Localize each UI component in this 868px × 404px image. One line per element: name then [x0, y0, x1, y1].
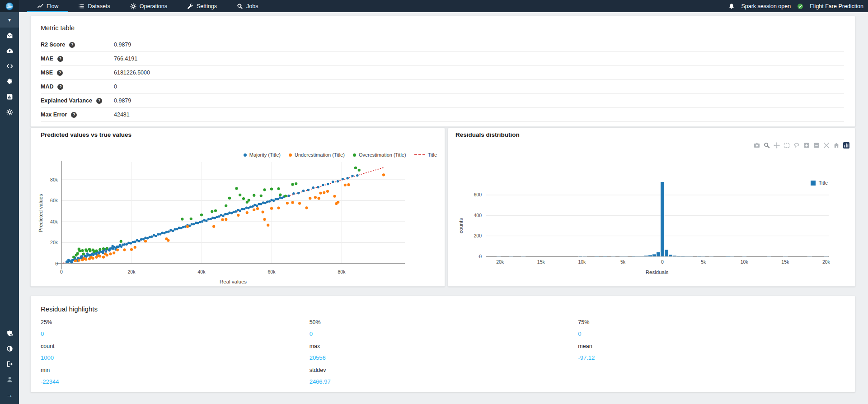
- highlight-value: 0: [578, 330, 845, 337]
- sidebar-item-plugins[interactable]: [0, 74, 19, 89]
- zoom-out-icon[interactable]: [813, 142, 820, 149]
- plotly-logo-icon[interactable]: [843, 142, 849, 149]
- highlight-value: -22344: [41, 378, 308, 385]
- metric-label: MAD: [41, 84, 53, 90]
- zoom-icon[interactable]: [763, 142, 770, 149]
- legend-dot-underestimation: [289, 153, 292, 157]
- metric-label: R2 Score: [41, 42, 65, 48]
- sidebar-item-collapse[interactable]: →: [0, 387, 19, 402]
- legend-item-ref-line[interactable]: Title: [414, 152, 437, 158]
- highlight-label: max: [310, 343, 577, 349]
- help-icon[interactable]: ?: [57, 56, 63, 62]
- sidebar-item-expand[interactable]: ▾: [0, 12, 19, 28]
- highlight-label: count: [41, 343, 308, 349]
- svg-text:20k: 20k: [822, 259, 830, 265]
- residual-highlights-title: Residual highlights: [41, 305, 845, 313]
- tab-flow[interactable]: Flow: [27, 0, 68, 12]
- highlight-cell-50pct: 50% 0: [310, 319, 577, 343]
- tab-operations[interactable]: Operations: [120, 0, 177, 12]
- highlight-value: 0: [41, 330, 308, 337]
- svg-text:5k: 5k: [701, 259, 706, 265]
- metric-table-card: Metric table R2 Score? 0.9879 MAE? 766.4…: [30, 16, 855, 127]
- app-logo[interactable]: [0, 0, 19, 12]
- metric-value: 0: [114, 84, 844, 90]
- sidebar-item-charts[interactable]: [0, 89, 19, 104]
- pan-icon[interactable]: [773, 142, 780, 149]
- svg-text:Real values: Real values: [220, 279, 247, 284]
- mail-icon: [6, 32, 13, 39]
- tab-datasets[interactable]: Datasets: [68, 0, 120, 12]
- svg-text:80k: 80k: [338, 269, 346, 274]
- metric-table-title: Metric table: [41, 24, 844, 32]
- metric-value: 766.4191: [114, 56, 844, 62]
- tab-jobs[interactable]: Jobs: [227, 0, 268, 12]
- highlight-label: 50%: [310, 319, 577, 325]
- svg-text:−20k: −20k: [493, 259, 504, 265]
- cloud-upload-icon: [6, 47, 13, 54]
- sidebar-item-settings[interactable]: [0, 104, 19, 120]
- svg-text:counts: counts: [458, 218, 464, 233]
- svg-text:40k: 40k: [198, 269, 206, 274]
- reset-axes-icon[interactable]: [833, 142, 840, 149]
- metric-value: 0.9879: [114, 42, 844, 48]
- top-nav: Flow Datasets Operations Settings Jobs S…: [0, 0, 868, 12]
- highlight-value: 2466.97: [310, 378, 577, 385]
- legend-dash-swatch: [414, 154, 425, 155]
- bar-chart-icon: [6, 93, 13, 100]
- flow-icon: [37, 3, 43, 9]
- sidebar-item-profile[interactable]: [0, 371, 19, 387]
- help-icon[interactable]: ?: [71, 112, 77, 118]
- highlight-value: 20556: [310, 354, 577, 361]
- zoom-in-icon[interactable]: [803, 142, 810, 149]
- help-icon[interactable]: ?: [57, 70, 63, 76]
- svg-text:−5k: −5k: [618, 259, 626, 265]
- project-name[interactable]: Flight Fare Prediction: [810, 3, 863, 9]
- spark-session-status: Spark session open: [741, 3, 791, 9]
- datasets-icon: [78, 3, 84, 9]
- legend-label: Overestimation (Title): [359, 152, 406, 158]
- tab-settings[interactable]: Settings: [177, 0, 227, 12]
- highlight-value: 1000: [41, 354, 308, 361]
- legend-item-overestimation[interactable]: Overestimation (Title): [353, 152, 406, 158]
- sidebar-item-messages[interactable]: [0, 28, 19, 43]
- highlight-label: min: [41, 367, 308, 373]
- main-content: Metric table R2 Score? 0.9879 MAE? 766.4…: [19, 12, 868, 404]
- scatter-chart-title: Predicted values vs true values: [41, 131, 131, 138]
- highlight-label: mean: [578, 343, 845, 349]
- svg-text:60k: 60k: [50, 198, 58, 203]
- help-icon[interactable]: ?: [57, 84, 63, 90]
- highlight-cell-count: count 1000: [41, 343, 308, 367]
- legend-item-underestimation[interactable]: Underestimation (Title): [289, 152, 345, 158]
- metric-row-max-error: Max Error? 42481: [41, 108, 844, 122]
- highlight-cell-min: min -22344: [41, 367, 308, 391]
- code-icon: [6, 63, 13, 70]
- legend-dot-overestimation: [353, 153, 356, 157]
- highlight-cell-mean: mean -97.12: [578, 343, 845, 367]
- help-icon[interactable]: ?: [69, 42, 75, 48]
- download-plot-icon[interactable]: [753, 142, 760, 149]
- autoscale-icon[interactable]: [823, 142, 830, 149]
- highlight-value: 0: [310, 330, 577, 337]
- sidebar-item-theme[interactable]: [0, 341, 19, 356]
- sidebar-item-signout[interactable]: [0, 356, 19, 371]
- box-select-icon[interactable]: [783, 142, 790, 149]
- bell-icon[interactable]: [728, 3, 735, 9]
- histogram-plot[interactable]: −20k−15k−10k−5k05k10k15k20k0200400600Res…: [448, 128, 856, 287]
- sidebar-item-privacy[interactable]: [0, 325, 19, 341]
- tab-settings-label: Settings: [197, 3, 217, 9]
- help-icon[interactable]: ?: [96, 98, 102, 104]
- histogram-legend[interactable]: Title: [811, 180, 828, 186]
- svg-text:600: 600: [474, 192, 482, 197]
- svg-text:80k: 80k: [50, 177, 58, 182]
- histogram-chart-title: Residuals distribution: [455, 131, 520, 138]
- legend-item-majority[interactable]: Majority (Title): [244, 152, 281, 158]
- highlight-cell-max: max 20556: [310, 343, 577, 367]
- svg-text:−10k: −10k: [575, 259, 586, 265]
- sign-out-icon: [6, 361, 13, 367]
- svg-text:Residuals: Residuals: [646, 269, 669, 275]
- sidebar-item-code[interactable]: [0, 58, 19, 74]
- app-logo-icon: [5, 2, 14, 10]
- user-icon: [6, 376, 13, 383]
- sidebar-item-upload[interactable]: [0, 43, 19, 58]
- lasso-select-icon[interactable]: [793, 142, 800, 149]
